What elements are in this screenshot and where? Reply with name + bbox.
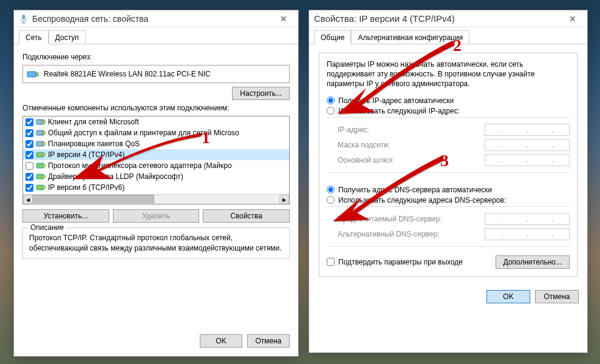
confirm-on-exit-label: Подтвердить параметры при выходе <box>338 258 463 266</box>
titlebar[interactable]: Свойства: IP версии 4 (TCP/IPv4) ✕ <box>309 10 587 27</box>
component-checkbox[interactable] <box>26 140 33 148</box>
component-label: Клиент для сетей Microsoft <box>48 118 139 126</box>
service-icon <box>36 118 46 126</box>
manual-ip-radio-input[interactable] <box>327 107 335 115</box>
gateway-label: Основной шлюз: <box>338 156 485 164</box>
horizontal-scrollbar[interactable]: ◀ ▶ <box>23 194 289 204</box>
confirm-on-exit[interactable]: Подтвердить параметры при выходе <box>327 258 463 266</box>
confirm-checkbox[interactable] <box>327 258 335 266</box>
components-list[interactable]: Клиент для сетей MicrosoftОбщий доступ к… <box>22 116 290 204</box>
svg-rect-14 <box>42 164 45 167</box>
tab-alternate[interactable]: Альтернативная конфигурация <box>351 30 469 44</box>
adapter-name: Realtek 8821AE Wireless LAN 802.11ac PCI… <box>44 70 211 78</box>
service-icon <box>36 140 46 148</box>
list-item[interactable]: IP версии 4 (TCP/IPv4) <box>23 149 289 160</box>
svg-rect-3 <box>27 72 36 77</box>
component-checkbox[interactable] <box>26 184 33 192</box>
svg-rect-12 <box>42 153 45 156</box>
component-label: Общий доступ к файлам и принтерам для се… <box>48 129 239 137</box>
auto-ip-label: Получить IP-адрес автоматически <box>338 96 454 105</box>
component-checkbox[interactable] <box>26 173 33 181</box>
adapter-box[interactable]: Realtek 8821AE Wireless LAN 802.11ac PCI… <box>22 65 290 83</box>
list-item[interactable]: IP версии 6 (TCP/IPv6) <box>23 182 289 193</box>
component-checkbox[interactable] <box>26 162 33 170</box>
window-title: Свойства: IP версии 4 (TCP/IPv4) <box>314 13 563 24</box>
component-checkbox[interactable] <box>26 151 33 159</box>
service-icon <box>36 129 46 137</box>
ok-button[interactable]: OK <box>486 290 530 303</box>
manual-ip-radio[interactable]: Использовать следующий IP-адрес: <box>327 107 570 115</box>
properties-button[interactable]: Свойства <box>203 209 290 223</box>
close-button[interactable]: ✕ <box>563 14 582 24</box>
remove-button: Удалить <box>113 209 200 223</box>
alt-dns-field: ... <box>485 228 570 240</box>
description-title: Описание <box>28 223 66 232</box>
component-label: IP версии 6 (TCP/IPv6) <box>48 183 124 192</box>
ip-address-label: IP-адрес: <box>338 126 485 134</box>
ok-button[interactable]: OK <box>200 334 242 348</box>
advanced-button[interactable]: Дополнительно... <box>496 255 570 269</box>
protocol-icon <box>36 161 46 170</box>
tabs: Общие Альтернативная конфигурация <box>309 27 587 44</box>
component-checkbox[interactable] <box>26 118 33 126</box>
auto-ip-radio-input[interactable] <box>327 96 335 104</box>
scroll-thumb[interactable] <box>33 195 154 203</box>
connection-via-label: Подключение через: <box>22 53 290 61</box>
nic-icon <box>27 69 39 79</box>
auto-ip-radio[interactable]: Получить IP-адрес автоматически <box>327 96 570 105</box>
list-item[interactable]: Драйвер протокола LLDP (Майкрософт) <box>23 171 289 182</box>
pref-dns-label: Предпочитаемый DNS-сервер: <box>338 215 485 223</box>
svg-rect-16 <box>42 175 45 178</box>
scroll-right-icon[interactable]: ▶ <box>279 195 289 204</box>
subnet-mask-label: Маска подсети: <box>338 141 485 149</box>
tab-network[interactable]: Сеть <box>19 30 49 44</box>
intro-text: Параметры IP можно назначать автоматичес… <box>327 59 570 89</box>
protocol-icon <box>36 150 46 159</box>
svg-rect-8 <box>42 132 45 134</box>
auto-dns-label: Получить адрес DNS-сервера автоматически <box>338 186 492 194</box>
microphone-icon <box>19 14 29 24</box>
cancel-button[interactable]: Отмена <box>535 290 579 303</box>
list-item[interactable]: Общий доступ к файлам и принтерам для се… <box>23 127 289 138</box>
install-button[interactable]: Установить... <box>22 209 109 223</box>
manual-ip-label: Использовать следующий IP-адрес: <box>338 107 460 115</box>
window-title: Беспроводная сеть: свойства <box>32 14 274 24</box>
svg-rect-6 <box>42 121 45 123</box>
component-label: Драйвер протокола LLDP (Майкрософт) <box>48 172 183 181</box>
list-item[interactable]: Планировщик пакетов QoS <box>23 138 289 149</box>
auto-dns-radio-input[interactable] <box>327 186 335 194</box>
svg-rect-0 <box>22 15 25 19</box>
configure-button[interactable]: Настроить... <box>232 87 290 100</box>
svg-rect-10 <box>42 143 45 145</box>
protocol-icon <box>36 172 46 181</box>
pref-dns-field: ... <box>485 213 570 225</box>
tabs: Сеть Доступ <box>14 27 298 44</box>
alt-dns-label: Альтернативный DNS-сервер: <box>338 230 485 238</box>
scroll-left-icon[interactable]: ◀ <box>23 195 33 204</box>
component-label: Планировщик пакетов QoS <box>48 140 140 148</box>
component-checkbox[interactable] <box>26 129 33 137</box>
gateway-field: ... <box>485 154 570 166</box>
tab-access[interactable]: Доступ <box>49 30 86 44</box>
description-text: Протокол TCP/IP. Стандартный протокол гл… <box>29 233 283 254</box>
component-label: IP версии 4 (TCP/IPv4) <box>48 150 124 159</box>
manual-dns-radio-input[interactable] <box>327 196 335 204</box>
description-group: Описание Протокол TCP/IP. Стандартный пр… <box>22 228 290 259</box>
manual-dns-label: Использовать следующие адреса DNS-сервер… <box>338 196 506 204</box>
manual-dns-radio[interactable]: Использовать следующие адреса DNS-сервер… <box>327 196 570 204</box>
cancel-button[interactable]: Отмена <box>247 334 290 348</box>
list-item[interactable]: Клиент для сетей Microsoft <box>23 116 289 127</box>
components-label: Отмеченные компоненты используются этим … <box>22 104 290 112</box>
svg-rect-18 <box>42 186 45 189</box>
protocol-icon <box>36 183 46 192</box>
auto-dns-radio[interactable]: Получить адрес DNS-сервера автоматически <box>327 186 570 194</box>
ipv4-properties-window: Свойства: IP версии 4 (TCP/IPv4) ✕ Общие… <box>309 10 588 353</box>
tab-general[interactable]: Общие <box>314 30 351 44</box>
component-label: Протокол мультиплексора сетевого адаптер… <box>48 161 232 170</box>
close-button[interactable]: ✕ <box>274 14 293 24</box>
svg-rect-4 <box>36 73 38 76</box>
ip-address-field: ... <box>485 124 570 136</box>
titlebar[interactable]: Беспроводная сеть: свойства ✕ <box>14 10 298 27</box>
network-properties-window: Беспроводная сеть: свойства ✕ Сеть Досту… <box>13 10 299 357</box>
list-item[interactable]: Протокол мультиплексора сетевого адаптер… <box>23 160 289 171</box>
